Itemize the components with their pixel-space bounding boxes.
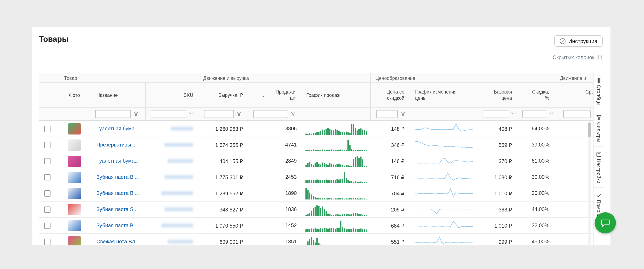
- product-name-link[interactable]: Зубная паста Bi...: [91, 190, 139, 196]
- base-price-cell: 408 ₽: [480, 121, 517, 136]
- revenue-cell: 1 070 550 ₽: [199, 218, 248, 234]
- filter-input-discount[interactable]: [522, 110, 546, 118]
- sales-bars-chart: [306, 155, 368, 167]
- column-header-sales-chart[interactable]: График продаж: [302, 83, 370, 107]
- row-checkbox[interactable]: [44, 126, 50, 132]
- filter-funnel-icon[interactable]: [134, 112, 138, 116]
- row-checkbox[interactable]: [44, 222, 50, 229]
- filter-funnel-icon[interactable]: [237, 112, 241, 116]
- filter-input-avg-stock[interactable]: [563, 110, 590, 118]
- discount-price-cell: 704 ₽: [370, 186, 410, 201]
- side-tab-label: Фильтры: [596, 122, 601, 142]
- filter-cell-photo: [58, 108, 91, 120]
- product-name-link[interactable]: Туалетная бума...: [91, 158, 139, 164]
- filter-row: [39, 108, 593, 121]
- avg-stock-cell: [554, 234, 593, 246]
- product-name-link[interactable]: Зубная паста Bi...: [91, 174, 139, 180]
- name-cell: Туалетная бума...: [91, 153, 145, 169]
- column-header-avg-stock[interactable]: Среднее нали: [554, 83, 593, 107]
- column-header-sales[interactable]: ↓ Продажи, шт.: [248, 83, 302, 107]
- side-tab-filters[interactable]: Фильтры: [594, 110, 604, 147]
- row-checkbox[interactable]: [44, 174, 50, 180]
- revenue-cell: 1 775 301 ₽: [199, 169, 248, 185]
- table-row: Зубная паста Bi... 8888888888 1 289 552 …: [39, 186, 593, 202]
- product-sku-blurred: 8888888888: [162, 223, 194, 228]
- filter-funnel-icon[interactable]: [401, 112, 405, 116]
- filter-funnel-icon[interactable]: [549, 112, 554, 116]
- name-cell: Зубная паста S...: [91, 202, 145, 217]
- filter-input-base-price[interactable]: [482, 110, 508, 118]
- filter-cell-revenue: [199, 108, 248, 120]
- product-name-link[interactable]: Зубная паста S...: [91, 206, 138, 212]
- side-tab-label: Столбцы: [596, 85, 601, 106]
- row-checkbox[interactable]: [44, 142, 50, 148]
- product-sku-blurred: 888888888: [165, 206, 193, 212]
- column-header-price-chart[interactable]: График изменения цены: [410, 83, 480, 107]
- table-row: Презервативы ... 888888888 1 674 355 ₽ 4…: [39, 137, 593, 153]
- row-checkbox[interactable]: [44, 190, 50, 196]
- filter-cell-base-price: [480, 108, 517, 120]
- product-name-link[interactable]: Презервативы ...: [91, 142, 137, 148]
- row-checkbox[interactable]: [44, 158, 50, 164]
- price-chart-cell: [410, 137, 480, 153]
- table-row: Зубная паста Bi... 8888888888 1 070 550 …: [39, 218, 593, 234]
- discount-price-cell: 716 ₽: [370, 169, 410, 185]
- filter-funnel-icon[interactable]: [291, 112, 296, 116]
- column-header-discount-price[interactable]: Цена со скидкой: [370, 83, 410, 107]
- revenue-cell: 1 674 355 ₽: [199, 137, 248, 153]
- help-icon: [596, 193, 601, 198]
- column-header-sku[interactable]: SKU: [145, 83, 199, 107]
- column-header-revenue[interactable]: Выручка, ₽: [199, 83, 248, 107]
- base-price-cell: 363 ₽: [480, 202, 517, 217]
- sales-bars-chart: [306, 236, 368, 246]
- revenue-cell: 343 827 ₽: [199, 202, 248, 217]
- side-tab-label: Настройки: [596, 159, 601, 183]
- column-header-discount[interactable]: Скидка, %: [517, 83, 554, 107]
- filter-input-revenue[interactable]: [204, 110, 234, 118]
- table-row: Свежая нота Вл... 88888888 609 001 ₽ 135…: [39, 234, 593, 246]
- products-table: Товар Движение и выручка Ценообразование…: [39, 73, 593, 246]
- base-price-cell: 569 ₽: [480, 137, 517, 153]
- discount-price-cell: 551 ₽: [370, 234, 410, 246]
- column-header-base-price[interactable]: Базовая цена: [480, 83, 517, 107]
- revenue-cell: 404 155 ₽: [199, 153, 248, 169]
- checkbox-cell: [39, 202, 58, 217]
- product-name-link[interactable]: Туалетная бума...: [91, 126, 139, 132]
- sku-cell: 888888888: [145, 169, 199, 185]
- filter-funnel-icon[interactable]: [511, 112, 516, 116]
- price-chart-cell: [410, 202, 480, 217]
- price-line-chart: [415, 155, 473, 167]
- column-header-photo[interactable]: Фото: [58, 83, 91, 107]
- sku-cell: 8888888888: [145, 186, 199, 201]
- hidden-columns-link[interactable]: Скрытых колонок: 11: [552, 55, 602, 60]
- product-name-link[interactable]: Зубная паста Bi...: [91, 223, 139, 228]
- name-cell: Туалетная бума...: [91, 121, 145, 136]
- sales-cell: 1890: [248, 186, 302, 201]
- sales-chart-cell: [302, 186, 370, 201]
- sales-bars-chart: [306, 123, 368, 135]
- side-tab-settings[interactable]: Настройки: [594, 147, 604, 188]
- filter-input-discount-price[interactable]: [376, 110, 398, 118]
- row-checkbox[interactable]: [44, 206, 50, 212]
- sales-cell: 1452: [248, 218, 302, 234]
- filter-input-sales[interactable]: [253, 110, 288, 118]
- vertical-scrollbar-thumb[interactable]: [588, 122, 590, 138]
- product-name-link[interactable]: Свежая нота Вл...: [91, 239, 139, 244]
- price-chart-cell: [410, 234, 480, 246]
- price-line-chart: [415, 204, 473, 216]
- avg-stock-cell: [554, 137, 593, 153]
- filter-input-name[interactable]: [95, 110, 131, 118]
- filter-funnel-icon[interactable]: [189, 112, 194, 116]
- filter-cell-sales-chart: [302, 108, 370, 120]
- side-tab-columns[interactable]: Столбцы: [594, 73, 604, 110]
- column-header-name[interactable]: Название: [91, 83, 145, 107]
- chat-fab-button[interactable]: [595, 212, 616, 234]
- discount-price-cell: 205 ₽: [370, 202, 410, 217]
- filter-input-sku[interactable]: [151, 110, 186, 118]
- row-checkbox[interactable]: [44, 238, 50, 245]
- price-line-chart: [415, 171, 473, 183]
- sort-descending-icon[interactable]: ↓: [262, 92, 264, 98]
- instruction-button[interactable]: ? Инструкция: [554, 35, 602, 47]
- product-sku-blurred: 8888888888: [162, 190, 194, 196]
- vertical-scrollbar-track[interactable]: [588, 121, 590, 245]
